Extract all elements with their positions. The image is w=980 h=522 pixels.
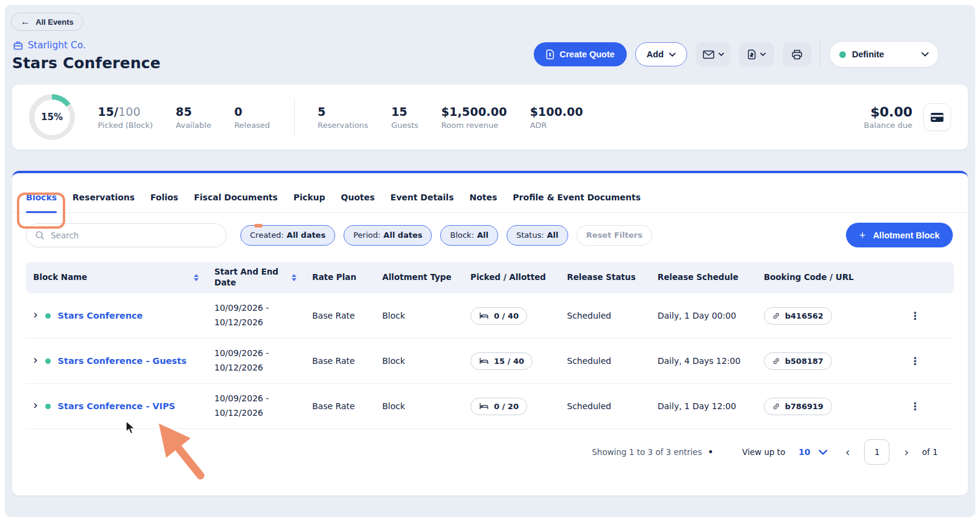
booking-code-badge[interactable]: b508187 (764, 352, 832, 370)
status-filter-label: Status: (516, 231, 544, 240)
block-status-dot-icon (45, 358, 51, 364)
stat-picked: 15/100 Picked (Block) (98, 105, 153, 130)
period-filter-label: Period: (353, 231, 380, 240)
sort-icon[interactable] (194, 274, 199, 281)
row-menu-button[interactable]: ⋮ (910, 355, 920, 367)
tab-reservations[interactable]: Reservations (72, 193, 135, 212)
sort-icon[interactable] (292, 274, 296, 281)
link-icon (772, 357, 780, 365)
rate-plan: Base Rate (305, 311, 375, 320)
occupancy-donut-chart: 15% (29, 94, 75, 140)
block-name-link[interactable]: Stars Conference - Guests (58, 356, 187, 366)
page-size-chevron-down-icon[interactable] (819, 450, 827, 455)
company-name: Starlight Co. (28, 40, 86, 51)
page-title: Stars Conference (12, 54, 161, 72)
row-menu-button[interactable]: ⋮ (910, 400, 920, 412)
tab-folios[interactable]: Folios (150, 193, 178, 212)
invoice-dropdown-button[interactable] (739, 42, 774, 66)
col-header-allotment-type: Allotment Type (375, 272, 463, 283)
stat-available: 85 Available (176, 105, 211, 130)
picked-allotted-badge: 0 / 40 (470, 307, 527, 325)
tab-quotes[interactable]: Quotes (341, 193, 375, 212)
release-schedule: Daily, 1 Day 12:00 (650, 401, 757, 411)
block-dates: 10/09/2026 -10/12/2026 (207, 346, 305, 375)
payments-button[interactable] (923, 103, 951, 131)
occupancy-percent: 15% (34, 100, 70, 135)
expand-row-icon[interactable]: › (33, 309, 38, 320)
company-link[interactable]: Starlight Co. (13, 40, 86, 51)
available-label: Available (176, 121, 211, 130)
search-input[interactable] (26, 223, 226, 247)
col-header-picked-allotted: Picked / Allotted (463, 272, 560, 283)
link-icon (772, 312, 780, 320)
tab-pickup[interactable]: Pickup (293, 193, 325, 212)
block-filter-value: All (477, 231, 488, 240)
table-header-row: Block Name Start And End Date Rate Plan … (26, 262, 954, 293)
back-all-events-button[interactable]: ← All Events (11, 13, 83, 31)
col-header-booking-code: Booking Code / URL (757, 272, 869, 283)
tab-event-details[interactable]: Event Details (391, 193, 454, 212)
main-content-card: Blocks Reservations Folios Fiscal Docume… (12, 171, 968, 495)
tab-blocks[interactable]: Blocks (26, 193, 57, 212)
booking-code-badge[interactable]: b416562 (764, 307, 832, 325)
adr-value: $100.00 (530, 105, 583, 118)
page-size-value[interactable]: 10 (798, 447, 810, 457)
reset-filters-button[interactable]: Reset Filters (577, 225, 652, 246)
link-icon (772, 403, 780, 410)
col-header-release-schedule: Release Schedule (650, 272, 757, 283)
allotment-type: Block (375, 401, 463, 411)
email-dropdown-button[interactable] (696, 42, 731, 66)
filter-chip-status[interactable]: Status: All (507, 225, 568, 246)
annotation-dot (254, 224, 263, 228)
tab-notes[interactable]: Notes (470, 193, 498, 212)
add-allotment-block-button[interactable]: + Allotment Block (846, 223, 953, 247)
previous-page-button[interactable]: ‹ (845, 447, 850, 458)
reservations-label: Reservations (318, 121, 368, 130)
quote-document-icon (546, 49, 554, 60)
bed-icon (479, 357, 489, 365)
booking-code-badge[interactable]: b786919 (764, 398, 832, 415)
release-schedule: Daily, 4 Days 12:00 (650, 356, 757, 366)
expand-row-icon[interactable]: › (33, 354, 38, 366)
picked-label: Picked (Block) (98, 121, 153, 130)
table-row: › Stars Conference - VIPS 10/09/2026 -10… (26, 384, 954, 429)
guests-value: 15 (391, 105, 418, 118)
add-button[interactable]: Add (635, 42, 687, 66)
app-background: ← All Events Starlight Co. Stars Confere… (5, 5, 975, 517)
release-status: Scheduled (560, 311, 650, 320)
reservations-value: 5 (318, 105, 368, 118)
expand-row-icon[interactable]: › (33, 399, 38, 411)
next-page-button[interactable]: › (904, 447, 909, 458)
event-status-dropdown[interactable]: Definite (829, 41, 939, 68)
current-page-input[interactable]: 1 (864, 439, 889, 465)
status-label: Definite (852, 49, 884, 59)
table-row: › Stars Conference - Guests 10/09/2026 -… (26, 339, 954, 384)
filter-toolbar: Created: All dates Period: All dates Blo… (26, 223, 953, 247)
adr-label: ADR (530, 121, 583, 130)
print-button[interactable] (783, 42, 812, 66)
block-name-link[interactable]: Stars Conference (58, 311, 143, 320)
filter-chip-period[interactable]: Period: All dates (344, 225, 432, 246)
allotment-block-label: Allotment Block (873, 231, 940, 240)
filter-chip-created[interactable]: Created: All dates (240, 225, 335, 246)
add-label: Add (647, 49, 664, 59)
stat-guests: 15 Guests (391, 105, 418, 130)
credit-card-icon (930, 112, 944, 123)
filter-chip-block[interactable]: Block: All (440, 225, 498, 246)
tab-fiscal-documents[interactable]: Fiscal Documents (194, 193, 278, 212)
plus-icon: + (859, 230, 866, 241)
row-menu-button[interactable]: ⋮ (910, 310, 920, 322)
stat-adr: $100.00 ADR (530, 105, 583, 130)
room-revenue-value: $1,500.00 (441, 105, 507, 118)
chevron-down-icon (669, 53, 676, 57)
block-name-link[interactable]: Stars Conference - VIPS (58, 401, 176, 411)
create-quote-button[interactable]: Create Quote (534, 42, 627, 66)
block-status-dot-icon (45, 404, 51, 409)
stats-summary-card: 15% 15/100 Picked (Block) 85 Available 0… (12, 84, 968, 150)
status-dot-icon (839, 51, 846, 58)
tab-profile-event-documents[interactable]: Profile & Event Documents (513, 193, 641, 212)
block-status-dot-icon (45, 313, 51, 319)
block-filter-label: Block: (450, 231, 474, 240)
allotment-type: Block (375, 311, 463, 320)
back-label: All Events (36, 18, 74, 27)
